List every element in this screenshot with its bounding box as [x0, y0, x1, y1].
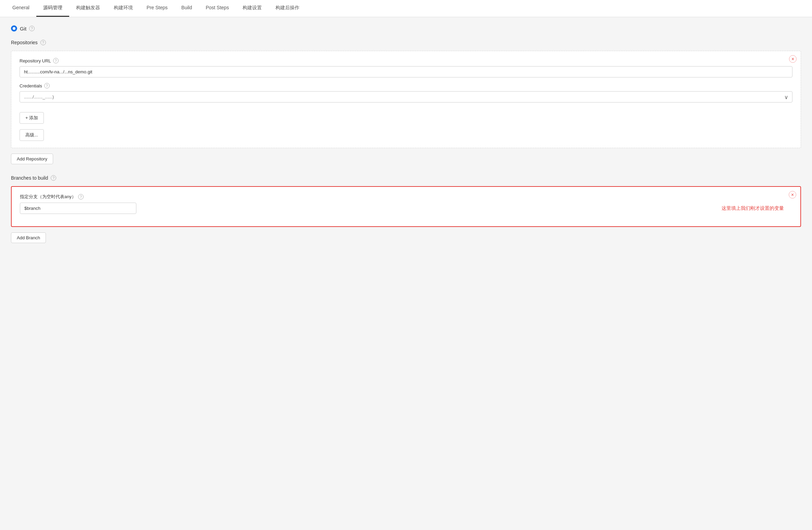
repo-url-label-row: Repository URL ? [20, 58, 792, 63]
advanced-btn-wrapper: 高级... [20, 125, 792, 141]
tab-env[interactable]: 构建环境 [107, 0, 140, 17]
add-branch-button[interactable]: Add Branch [11, 232, 46, 243]
credentials-label-row: Credentials ? [20, 83, 792, 88]
branch-label: 指定分支（为空时代表any） [20, 194, 76, 200]
add-credentials-button[interactable]: + 添加 [20, 112, 44, 124]
branch-field-group: 指定分支（为空时代表any） ? 这里填上我们刚才设置的变量 [20, 194, 792, 214]
credentials-select-wrapper: ......./......._......) ∨ [20, 91, 792, 103]
repositories-title: Repositories [11, 40, 38, 45]
branch-label-row: 指定分支（为空时代表any） ? [20, 194, 792, 200]
branch-help-icon[interactable]: ? [78, 194, 84, 200]
repo-url-input[interactable] [20, 66, 792, 77]
branch-input-wrapper: 这里填上我们刚才设置的变量 [20, 203, 792, 214]
git-row: Git ? [11, 25, 801, 32]
credentials-label: Credentials [20, 83, 42, 88]
repositories-help-icon[interactable]: ? [40, 40, 46, 45]
git-radio[interactable] [11, 25, 17, 32]
advanced-button[interactable]: 高级... [20, 129, 44, 141]
close-repo-button[interactable]: × [789, 55, 797, 63]
tab-presteps[interactable]: Pre Steps [140, 0, 174, 17]
add-credentials-btn-wrapper: + 添加 [20, 108, 792, 125]
repo-url-label: Repository URL [20, 58, 51, 63]
branch-annotation: 这里填上我们刚才设置的变量 [722, 205, 784, 212]
tab-general[interactable]: General [5, 0, 36, 17]
tabs-bar: General源码管理构建触发器构建环境Pre StepsBuildPost S… [0, 0, 812, 17]
branches-header: Branches to build ? [11, 175, 801, 181]
tab-poststeps[interactable]: Post Steps [199, 0, 236, 17]
credentials-help-icon[interactable]: ? [44, 83, 50, 88]
repositories-header: Repositories ? [11, 40, 801, 45]
branch-input[interactable] [20, 203, 136, 214]
branches-title: Branches to build [11, 175, 48, 181]
repo-url-group: Repository URL ? [20, 58, 792, 77]
tab-triggers[interactable]: 构建触发器 [69, 0, 107, 17]
credentials-group: Credentials ? ......./......._......) ∨ [20, 83, 792, 103]
tab-settings[interactable]: 构建设置 [236, 0, 269, 17]
git-label: Git [20, 26, 26, 32]
git-help-icon[interactable]: ? [29, 26, 35, 31]
tab-postbuild[interactable]: 构建后操作 [269, 0, 306, 17]
repository-box: × Repository URL ? Credentials ? .......… [11, 51, 801, 148]
branches-help-icon[interactable]: ? [51, 175, 56, 181]
tab-build[interactable]: Build [174, 0, 199, 17]
add-repository-button[interactable]: Add Repository [11, 154, 53, 164]
credentials-select[interactable]: ......./......._......) [20, 91, 792, 103]
repo-url-help-icon[interactable]: ? [53, 58, 59, 63]
branch-box: × 指定分支（为空时代表any） ? 这里填上我们刚才设置的变量 [11, 186, 801, 227]
close-branch-button[interactable]: × [789, 191, 796, 198]
tab-source[interactable]: 源码管理 [36, 0, 69, 17]
